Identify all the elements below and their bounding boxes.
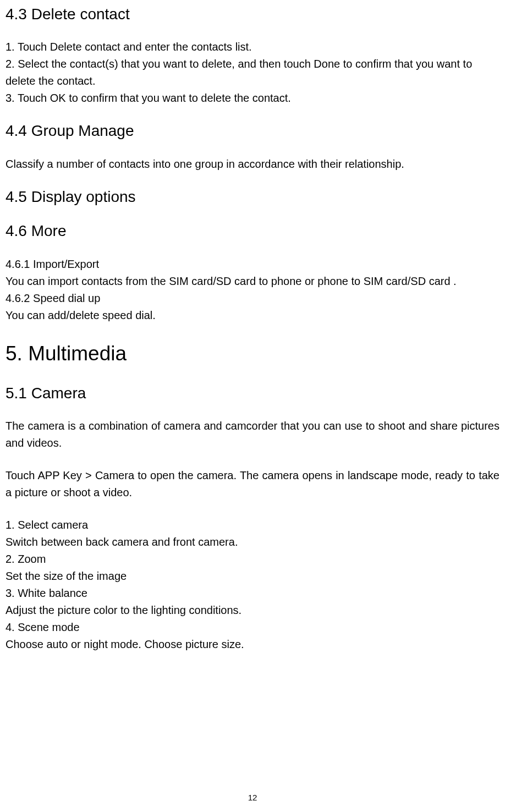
text-4-3-step1: 1. Touch Delete contact and enter the co… (6, 39, 499, 56)
text-4-6-2-body: You can add/delete speed dial. (6, 307, 499, 324)
text-5-1-item2-title: 2. Zoom (6, 551, 499, 568)
page-number: 12 (0, 793, 505, 802)
heading-5-1: 5.1 Camera (6, 383, 499, 403)
text-4-3-step2: 2. Select the contact(s) that you want t… (6, 56, 499, 90)
text-5-1-p1: The camera is a combination of camera an… (6, 418, 499, 452)
heading-4-4: 4.4 Group Manage (6, 121, 499, 141)
text-5-1-item3-body: Adjust the picture color to the lighting… (6, 602, 499, 619)
text-4-3-step3: 3. Touch OK to confirm that you want to … (6, 90, 499, 107)
text-4-6-1-body: You can import contacts from the SIM car… (6, 273, 499, 290)
text-5-1-item4-body: Choose auto or night mode. Choose pictur… (6, 636, 499, 653)
heading-4-5: 4.5 Display options (6, 187, 499, 207)
text-5-1-item4-title: 4. Scene mode (6, 619, 499, 636)
text-5-1-item3-title: 3. White balance (6, 585, 499, 602)
text-4-4-body: Classify a number of contacts into one g… (6, 156, 499, 173)
heading-4-3: 4.3 Delete contact (6, 4, 499, 24)
heading-4-6-2: 4.6.2 Speed dial up (6, 290, 499, 307)
heading-4-6-1: 4.6.1 Import/Export (6, 256, 499, 273)
text-5-1-p2: Touch APP Key > Camera to open the camer… (6, 467, 499, 501)
heading-5: 5. Multimedia (6, 341, 499, 367)
heading-4-6: 4.6 More (6, 221, 499, 241)
text-5-1-item1-title: 1. Select camera (6, 517, 499, 534)
text-5-1-item1-body: Switch between back camera and front cam… (6, 534, 499, 551)
text-5-1-item2-body: Set the size of the image (6, 568, 499, 585)
